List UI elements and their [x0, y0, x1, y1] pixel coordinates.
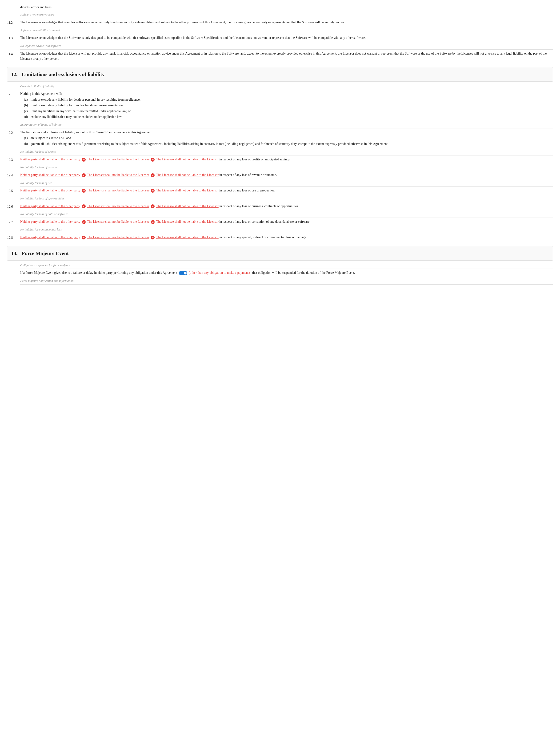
toggle-payment-obligation[interactable]: [179, 271, 187, 275]
sublabel-11-2: Software not entirely secure: [20, 12, 553, 18]
clause-12-1-b: (b) limit or exclude any liability for f…: [24, 103, 553, 108]
section-12-header: 12. Limitations and exclusions of liabil…: [7, 67, 553, 82]
clause-body-12-6: Neither party shall be liable to the oth…: [20, 204, 553, 209]
clause-12-7: 12.7Neither party shall be liable to the…: [7, 219, 553, 225]
toggle-option-text: (other than any obligation to make a pay…: [189, 271, 250, 275]
option1-12-6: The Licensor shall not be liable to the …: [87, 204, 149, 208]
sublabel-12-1: Caveats to limits of liability: [20, 84, 553, 90]
prefix-12-5: Neither party shall be liable to the oth…: [20, 189, 80, 192]
section-13-title: Force Majeure Event: [22, 250, 69, 256]
sublabel-13-force-majeure: Force majeure notification and informati…: [20, 279, 553, 285]
sublabel-12-5: No liability for loss of use: [20, 181, 553, 187]
clause-num-11-2: 11.2: [7, 20, 20, 25]
or-badge-1-12-8: or: [82, 236, 86, 240]
sublabel-12-8: No liability for consequential loss: [20, 227, 553, 233]
section-12-number: 12.: [11, 70, 20, 78]
clause-body-13-1: If a Force Majeure Event gives rise to a…: [20, 270, 553, 276]
clause-12-6: 12.6Neither party shall be liable to the…: [7, 204, 553, 209]
section-13-number: 13.: [11, 249, 20, 257]
clause-12-8: 12.8Neither party shall be liable to the…: [7, 235, 553, 240]
clause-12-2-b: (b) govern all liabilities arising under…: [24, 141, 553, 147]
sublabel-11-4: No legal etc advice with software: [20, 43, 553, 50]
clause-body-11-3: The Licensee acknowledges that the Softw…: [20, 35, 553, 41]
clause-13-1: 13.1 If a Force Majeure Event gives rise…: [7, 270, 553, 276]
clause-body-12-1: Nothing in this Agreement will: (a) limi…: [20, 91, 553, 120]
option2-12-4: The Licensee shall not be liable to the …: [156, 173, 219, 177]
sublabel-12-6: No liability for loss of opportunities: [20, 196, 553, 202]
sublabel-12-7: No liability for loss of data or softwar…: [20, 212, 553, 218]
section-12-title: Limitations and exclusions of liability: [22, 71, 105, 77]
clause-body-12-2: The limitations and exclusions of liabil…: [20, 130, 553, 147]
clause-12-1-c-label: (c): [24, 109, 31, 114]
suffix-12-7: in respect of any loss or corruption of …: [219, 220, 310, 224]
clause-12-1-d-label: (d): [24, 114, 31, 120]
clause-num-12-4: 12.4: [7, 172, 20, 178]
clause-12-2-a: (a) are subject to Clause 12.1; and: [24, 136, 553, 141]
clause-12-1-intro: Nothing in this Agreement will:: [20, 91, 553, 97]
clause-12-2-a-label: (a): [24, 136, 31, 141]
clause-12-5: 12.5Neither party shall be liable to the…: [7, 188, 553, 193]
clause-13-1-text-before: If a Force Majeure Event gives rise to a…: [20, 271, 177, 275]
suffix-12-3: in respect of any loss of profits or ant…: [219, 158, 291, 161]
option2-12-6: The Licensee shall not be liable to the …: [156, 204, 219, 208]
clause-num-12-5: 12.5: [7, 188, 20, 193]
clause-num-12-8: 12.8: [7, 235, 20, 240]
or-badge-2-12-7: or: [151, 220, 155, 224]
prefix-12-4: Neither party shall be liable to the oth…: [20, 173, 80, 177]
clause-12-2-intro: The limitations and exclusions of liabil…: [20, 130, 553, 135]
suffix-12-4: in respect of any loss of revenue or inc…: [219, 173, 277, 177]
sublabel-12-2: Interpretation of limits of liability: [20, 122, 553, 128]
sublabel-13-1: Obligations suspended for force majeure: [20, 263, 553, 269]
or-badge-2-12-6: or: [151, 204, 155, 208]
or-badge-2-12-5: or: [151, 189, 155, 193]
clause-12-1-b-text: limit or exclude any liability for fraud…: [31, 103, 553, 108]
prefix-12-7: Neither party shall be liable to the oth…: [20, 220, 80, 224]
prefix-12-3: Neither party shall be liable to the oth…: [20, 158, 80, 161]
or-badge-2-12-3: or: [151, 158, 155, 162]
option1-12-3: The Licensor shall not be liable to the …: [87, 158, 149, 161]
suffix-12-6: in respect of any loss of business, cont…: [219, 204, 299, 208]
clause-12-1: 12.1 Nothing in this Agreement will: (a)…: [7, 91, 553, 120]
clause-12-2-a-text: are subject to Clause 12.1; and: [31, 136, 553, 141]
clause-body-11-4: The Licensee acknowledges that the Licen…: [20, 51, 553, 61]
clause-11-4: 11.4 The Licensee acknowledges that the …: [7, 51, 553, 61]
clause-num-12-6: 12.6: [7, 204, 20, 209]
clause-body-12-3: Neither party shall be liable to the oth…: [20, 157, 553, 162]
clause-body-12-8: Neither party shall be liable to the oth…: [20, 235, 553, 240]
clause-body-12-5: Neither party shall be liable to the oth…: [20, 188, 553, 193]
clause-12-1-c: (c) limit any liabilities in any way tha…: [24, 109, 553, 114]
or-badge-1-12-6: or: [82, 204, 86, 208]
option1-12-5: The Licensor shall not be liable to the …: [87, 189, 149, 192]
clause-12-1-c-text: limit any liabilities in any way that is…: [31, 109, 553, 114]
toggle-knob: [184, 272, 186, 275]
sublabel-11-3: Software compatibility is limited: [20, 28, 553, 34]
clause-12-3: 12.3Neither party shall be liable to the…: [7, 157, 553, 162]
clause-12-1-d-text: exclude any liabilities that may not be …: [31, 114, 553, 120]
or-badge-1-12-3: or: [82, 158, 86, 162]
clause-13-1-text-after: , that obligation will be suspended for …: [251, 271, 355, 275]
top-text: defects, errors and bugs.: [20, 5, 553, 10]
or-badge-2-12-8: or: [151, 236, 155, 240]
clause-body-12-4: Neither party shall be liable to the oth…: [20, 172, 553, 178]
clause-11-2: 11.2 The Licensee acknowledges that comp…: [7, 20, 553, 25]
clause-body-12-7: Neither party shall be liable to the oth…: [20, 219, 553, 225]
clause-12-2-b-label: (b): [24, 141, 31, 147]
clause-12-4: 12.4Neither party shall be liable to the…: [7, 172, 553, 178]
or-badge-1-12-7: or: [82, 220, 86, 224]
clause-11-3: 11.3 The Licensee acknowledges that the …: [7, 35, 553, 41]
option2-12-8: The Licensee shall not be liable to the …: [156, 236, 219, 239]
clause-12-1-b-label: (b): [24, 103, 31, 108]
suffix-12-8: in respect of any special, indirect or c…: [219, 236, 307, 239]
clause-body-11-2: The Licensee acknowledges that complex s…: [20, 20, 553, 25]
prefix-12-6: Neither party shall be liable to the oth…: [20, 204, 80, 208]
option2-12-7: The Licensee shall not be liable to the …: [156, 220, 219, 224]
option1-12-4: The Licensor shall not be liable to the …: [87, 173, 149, 177]
clause-12-1-a-label: (a): [24, 97, 31, 102]
liability-clauses-container: No liability for loss of profits12.3Neit…: [7, 149, 553, 240]
option2-12-5: The Licensee shall not be liable to the …: [156, 189, 219, 192]
prefix-12-8: Neither party shall be liable to the oth…: [20, 236, 80, 239]
clause-12-2-b-text: govern all liabilities arising under thi…: [31, 141, 553, 147]
clause-12-2: 12.2 The limitations and exclusions of l…: [7, 130, 553, 147]
or-badge-1-12-5: or: [82, 189, 86, 193]
or-badge-1-12-4: or: [82, 173, 86, 177]
